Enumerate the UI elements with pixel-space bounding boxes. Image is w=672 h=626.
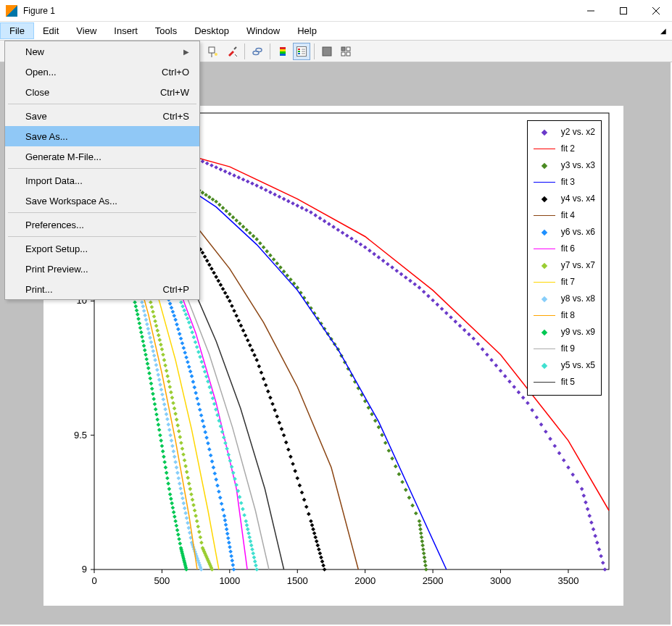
svg-rect-128 xyxy=(440,306,444,311)
legend-entry[interactable]: fit 4 xyxy=(534,207,595,224)
menu-item-preferences[interactable]: Preferences... xyxy=(5,214,199,235)
menu-item-import-data[interactable]: Import Data... xyxy=(5,170,199,191)
menu-item-new[interactable]: New▶ xyxy=(5,41,199,62)
menu-insert[interactable]: Insert xyxy=(105,22,146,40)
svg-text:1000: 1000 xyxy=(219,575,240,586)
menu-desktop[interactable]: Desktop xyxy=(186,22,238,40)
menu-help[interactable]: Help xyxy=(289,22,325,40)
toolbar-separator xyxy=(270,43,270,59)
legend-entry[interactable]: fit 2 xyxy=(534,141,595,157)
toolbar-separator xyxy=(244,43,245,59)
legend-entry[interactable]: fit 9 xyxy=(534,341,595,357)
svg-point-6 xyxy=(215,53,217,56)
matlab-icon xyxy=(6,5,17,17)
menu-item-close[interactable]: CloseCtrl+W xyxy=(5,82,199,102)
svg-rect-498 xyxy=(232,567,236,572)
legend-entry[interactable]: y5 vs. x5 xyxy=(534,357,595,374)
svg-rect-579 xyxy=(183,458,187,462)
svg-rect-567 xyxy=(169,391,173,395)
svg-rect-452 xyxy=(176,327,181,331)
legend-entry[interactable]: y2 vs. x2 xyxy=(534,124,595,141)
menu-item-export-setup[interactable]: Export Setup... xyxy=(5,238,199,259)
svg-rect-84 xyxy=(241,178,246,182)
svg-rect-788 xyxy=(157,422,161,427)
data-cursor-button[interactable] xyxy=(204,43,222,60)
menu-item-print-preview[interactable]: Print Preview... xyxy=(5,259,199,279)
svg-rect-672 xyxy=(157,377,162,382)
menu-view[interactable]: View xyxy=(67,22,105,40)
legend-entry[interactable]: y6 vs. x6 xyxy=(534,224,595,241)
svg-rect-784 xyxy=(153,402,157,406)
legend-line-icon xyxy=(534,244,555,254)
svg-rect-365 xyxy=(282,433,286,438)
menu-item-save-as[interactable]: Save As... xyxy=(5,126,199,146)
svg-rect-569 xyxy=(171,401,175,405)
svg-rect-468 xyxy=(198,408,202,412)
svg-rect-147 xyxy=(526,401,530,405)
menu-tools[interactable]: Tools xyxy=(146,22,186,40)
menu-item-print[interactable]: Print...Ctrl+P xyxy=(5,279,199,299)
legend-entry[interactable]: fit 7 xyxy=(534,274,595,291)
svg-rect-264 xyxy=(404,488,408,492)
legend-entry[interactable]: fit 8 xyxy=(534,307,595,324)
subplot-4-button[interactable] xyxy=(337,43,354,60)
menu-file[interactable]: File xyxy=(0,22,34,39)
legend-entry[interactable]: y4 vs. x4 xyxy=(534,191,595,207)
svg-rect-142 xyxy=(503,374,507,378)
legend-box[interactable]: y2 vs. x2fit 2y3 vs. x3fit 3y4 vs. x4fit… xyxy=(527,120,602,396)
legend-button[interactable] xyxy=(293,43,310,60)
link-button[interactable] xyxy=(249,43,266,60)
close-button[interactable] xyxy=(639,0,672,22)
menu-bar: File Edit View Insert Tools Desktop Wind… xyxy=(0,22,672,41)
legend-entry[interactable]: fit 3 xyxy=(534,174,595,191)
legend-entry[interactable]: y8 vs. x8 xyxy=(534,291,595,307)
svg-rect-911 xyxy=(226,453,231,457)
menu-window[interactable]: Window xyxy=(238,22,289,40)
brush-button[interactable] xyxy=(223,43,241,60)
svg-rect-213 xyxy=(231,215,236,220)
subplot-1-button[interactable] xyxy=(318,43,336,60)
menu-item-save-workspace-as[interactable]: Save Workspace As... xyxy=(5,191,199,211)
svg-rect-267 xyxy=(414,512,418,516)
svg-rect-135 xyxy=(471,336,476,341)
legend-entry[interactable]: fit 5 xyxy=(534,374,595,391)
svg-rect-80 xyxy=(223,170,228,174)
minimize-button[interactable] xyxy=(574,0,607,22)
svg-rect-463 xyxy=(191,380,196,384)
legend-entry[interactable]: fit 6 xyxy=(534,241,595,257)
svg-rect-763 xyxy=(133,304,138,309)
menu-item-save[interactable]: SaveCtrl+S xyxy=(5,106,199,126)
svg-rect-695 xyxy=(181,496,185,501)
menu-edit[interactable]: Edit xyxy=(34,22,67,40)
svg-rect-771 xyxy=(141,339,145,343)
svg-rect-378 xyxy=(310,523,315,527)
svg-rect-768 xyxy=(138,326,143,330)
colorbar-button[interactable] xyxy=(274,43,291,60)
svg-rect-278 xyxy=(423,559,427,564)
svg-rect-553 xyxy=(153,319,157,323)
menu-item-label: Import Data... xyxy=(25,175,83,186)
legend-entry[interactable]: y9 vs. x9 xyxy=(534,324,595,341)
legend-entry[interactable]: y7 vs. x7 xyxy=(534,257,595,274)
svg-rect-494 xyxy=(228,549,233,554)
svg-rect-790 xyxy=(158,433,162,438)
svg-rect-24 xyxy=(341,52,345,56)
svg-rect-773 xyxy=(143,349,147,353)
svg-rect-774 xyxy=(144,353,148,357)
svg-rect-764 xyxy=(135,309,139,313)
svg-rect-792 xyxy=(160,444,165,448)
menu-separator xyxy=(8,104,196,104)
toolbar-chevron-icon[interactable]: ◢ xyxy=(655,22,672,40)
svg-rect-451 xyxy=(175,322,179,327)
svg-rect-807 xyxy=(173,519,178,523)
menu-item-open[interactable]: Open...Ctrl+O xyxy=(5,62,199,82)
menu-item-generate-m-file[interactable]: Generate M-File... xyxy=(5,146,199,167)
legend-label: y7 vs. x7 xyxy=(561,259,595,272)
svg-rect-10 xyxy=(280,47,286,49)
svg-rect-696 xyxy=(181,501,186,506)
maximize-button[interactable] xyxy=(607,0,639,22)
svg-rect-134 xyxy=(467,333,471,337)
legend-entry[interactable]: y3 vs. x3 xyxy=(534,157,595,174)
svg-rect-573 xyxy=(175,423,180,427)
svg-rect-157 xyxy=(571,472,575,477)
